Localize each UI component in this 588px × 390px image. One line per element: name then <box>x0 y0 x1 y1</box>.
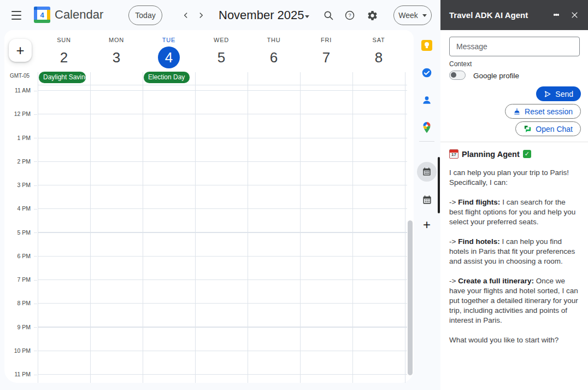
chat-paragraph: -> Create a full itinerary: Once we have… <box>449 276 579 325</box>
hour-label: 9 PM <box>4 324 31 330</box>
panel-scrollbar[interactable] <box>438 157 440 213</box>
hour-tick <box>34 114 37 115</box>
grid-vline <box>143 72 143 383</box>
hour-label: 12 PM <box>4 110 31 117</box>
chat-paragraph: -> Find flights: I can search for the be… <box>449 197 579 227</box>
day-header-wed[interactable]: WED5 <box>195 34 248 85</box>
check-mark-icon: ✓ <box>523 150 531 158</box>
grid-vline <box>248 72 248 383</box>
contacts-icon[interactable] <box>421 94 433 106</box>
hour-label: 7 PM <box>4 276 31 283</box>
hour-tick <box>34 375 37 375</box>
close-icon[interactable] <box>568 8 581 21</box>
hour-tick <box>34 91 37 91</box>
app-root: 4 Calendar Today November 2025 ? Week + … <box>0 0 588 390</box>
hour-label: 4 PM <box>4 205 31 212</box>
hour-tick <box>34 280 37 281</box>
top-header: 4 Calendar Today November 2025 ? Week <box>0 0 440 30</box>
hour-tick <box>34 209 37 209</box>
timezone-label: GMT-05 <box>8 73 32 79</box>
all-day-separator <box>38 85 407 85</box>
hour-tick <box>34 304 37 304</box>
message-input[interactable] <box>449 37 580 56</box>
calendar-card: + SUN2 MON3 TUE4 WED5 THU6 FRI7 SAT8 GMT… <box>4 30 414 383</box>
view-selector-week[interactable]: Week <box>393 5 432 25</box>
tasks-icon[interactable] <box>421 67 433 79</box>
previous-week-icon[interactable] <box>179 9 192 22</box>
google-chat-icon <box>524 125 532 133</box>
maps-icon[interactable] <box>421 121 433 133</box>
panel-header: Travel ADK AI Agent <box>440 0 588 30</box>
grid-vline <box>300 72 301 383</box>
search-icon[interactable] <box>322 9 335 22</box>
day-header-fri[interactable]: FRI7 <box>300 34 352 85</box>
day-header-mon[interactable]: MON3 <box>90 34 143 85</box>
context-label: Context <box>449 60 472 68</box>
hour-tick <box>34 232 37 233</box>
hour-label: 2 PM <box>4 158 31 165</box>
week-time-grid[interactable] <box>38 90 407 382</box>
side-apps-bar: + <box>414 30 440 390</box>
google-profile-toggle[interactable] <box>449 71 466 80</box>
chat-paragraph: What would you like to start with? <box>449 335 579 345</box>
svg-text:?: ? <box>348 13 351 18</box>
help-icon[interactable]: ? <box>343 9 356 22</box>
day-header-sat[interactable]: SAT8 <box>352 34 405 85</box>
keep-icon[interactable] <box>421 39 433 51</box>
main-menu-icon[interactable] <box>10 9 23 22</box>
hour-tick <box>34 161 37 162</box>
hour-tick <box>34 185 37 186</box>
view-caret-icon <box>422 14 427 17</box>
hour-label: 11 AM <box>4 87 31 94</box>
all-day-event-election-day[interactable]: Election Day <box>144 72 190 83</box>
sidebar-divider <box>419 141 434 142</box>
day-header-thu[interactable]: THU6 <box>248 34 300 85</box>
app-title: Calendar <box>55 8 103 22</box>
panel-menu-icon[interactable] <box>550 8 563 21</box>
send-button[interactable]: Send <box>536 86 581 101</box>
next-week-icon[interactable] <box>195 9 208 22</box>
reset-session-button[interactable]: Reset session <box>505 104 581 119</box>
hour-label: 3 PM <box>4 182 31 188</box>
create-event-button[interactable]: + <box>9 39 32 62</box>
calendar-scrollbar[interactable] <box>408 220 413 375</box>
current-date-range[interactable]: November 2025 <box>219 8 304 22</box>
get-addons-icon[interactable]: + <box>421 219 433 231</box>
hour-label: 6 PM <box>4 253 31 259</box>
all-day-event-daylight-saving[interactable]: Daylight Saving Time <box>39 72 86 83</box>
send-icon <box>544 90 551 98</box>
hour-label: 5 PM <box>4 229 31 236</box>
settings-gear-icon[interactable] <box>366 9 379 22</box>
calendar-emoji-icon: 17 <box>449 149 458 159</box>
calendar-addon-icon[interactable] <box>421 194 433 206</box>
hour-label: 11 PM <box>4 371 31 377</box>
hour-tick <box>34 138 37 138</box>
grid-vline <box>352 72 353 383</box>
grid-vline <box>195 72 196 383</box>
google-profile-label: Google profile <box>473 72 519 80</box>
hour-tick <box>34 256 37 257</box>
chat-message: 17 Planning Agent ✓ I can help you plan … <box>440 142 588 356</box>
grid-vline <box>38 72 38 383</box>
chat-paragraph: -> Find hotels: I can help you find hote… <box>449 237 579 266</box>
hour-label: 10 PM <box>4 347 31 354</box>
hour-tick <box>34 351 37 351</box>
agent-heading: 17 Planning Agent ✓ <box>449 149 579 159</box>
hour-tick <box>34 327 37 328</box>
today-button[interactable]: Today <box>128 5 162 25</box>
week-day-headers: SUN2 MON3 TUE4 WED5 THU6 FRI7 SAT8 <box>38 34 405 85</box>
chat-paragraph: I can help you plan your trip to Paris! … <box>449 168 579 188</box>
broom-icon <box>513 108 521 115</box>
grid-vline <box>90 72 91 383</box>
calendar-addon-active-icon[interactable] <box>417 162 437 182</box>
date-range-caret-icon <box>305 15 309 18</box>
open-chat-button[interactable]: Open Chat <box>515 121 581 136</box>
panel-title: Travel ADK AI Agent <box>449 10 528 20</box>
hour-label: 8 PM <box>4 300 31 306</box>
calendar-logo-icon: 4 <box>34 7 50 23</box>
agent-name: Planning Agent <box>462 150 520 159</box>
grid-vline <box>405 72 405 383</box>
travel-agent-panel: Travel ADK AI Agent Context Google profi… <box>440 0 588 390</box>
chat-body: I can help you plan your trip to Paris! … <box>449 168 579 345</box>
hour-label: 1 PM <box>4 135 31 141</box>
